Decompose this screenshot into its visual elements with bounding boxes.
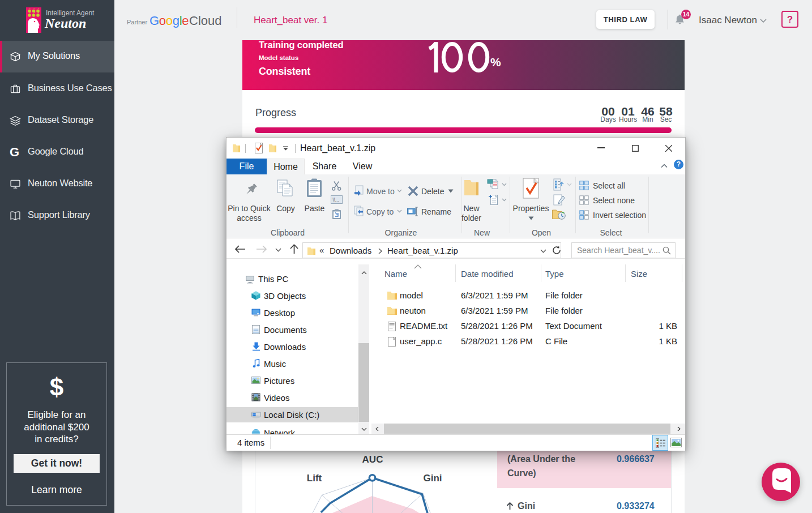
- svg-text:\\...: \\...: [332, 197, 340, 203]
